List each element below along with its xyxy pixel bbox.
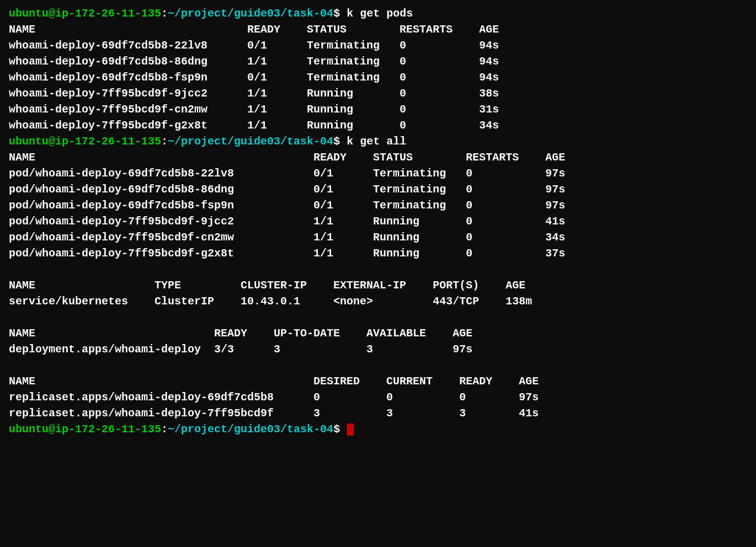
pod-row-1: whoami-deploy-69df7cd5b8-22lv8 0/1 Termi…	[9, 37, 747, 53]
all-pod-row-6: pod/whoami-deploy-7ff95bcd9f-g2x8t 1/1 R…	[9, 245, 747, 261]
prompt-user-2: ubuntu@ip-172-26-11-135	[9, 135, 161, 148]
prompt-path-2: ~/project/guide03/task-04	[168, 135, 333, 148]
prompt-line-3: ubuntu@ip-172-26-11-135:~/project/guide0…	[9, 421, 747, 437]
prompt-line-1: ubuntu@ip-172-26-11-135:~/project/guide0…	[9, 6, 747, 22]
all-pod-row-5: pod/whoami-deploy-7ff95bcd9f-cn2mw 1/1 R…	[9, 229, 747, 245]
prompt-path-1: ~/project/guide03/task-04	[168, 7, 333, 20]
all-pod-row-2: pod/whoami-deploy-69df7cd5b8-86dng 0/1 T…	[9, 181, 747, 197]
svc-row-1: service/kubernetes ClusterIP 10.43.0.1 <…	[9, 293, 747, 309]
svc-header: NAME TYPE CLUSTER-IP EXTERNAL-IP PORT(S)…	[9, 277, 747, 293]
rs-row-2: replicaset.apps/whoami-deploy-7ff95bcd9f…	[9, 405, 747, 421]
all-pod-row-4: pod/whoami-deploy-7ff95bcd9f-9jcc2 1/1 R…	[9, 213, 747, 229]
terminal-cursor	[347, 423, 354, 436]
prompt-user-3: ubuntu@ip-172-26-11-135	[9, 423, 161, 436]
all-pod-row-1: pod/whoami-deploy-69df7cd5b8-22lv8 0/1 T…	[9, 165, 747, 181]
pod-row-4: whoami-deploy-7ff95bcd9f-9jcc2 1/1 Runni…	[9, 85, 747, 101]
terminal-window: ubuntu@ip-172-26-11-135:~/project/guide0…	[9, 6, 747, 437]
prompt-user-1: ubuntu@ip-172-26-11-135	[9, 7, 161, 20]
blank-2	[9, 309, 747, 325]
pod-row-6: whoami-deploy-7ff95bcd9f-g2x8t 1/1 Runni…	[9, 117, 747, 133]
pod-row-2: whoami-deploy-69df7cd5b8-86dng 1/1 Termi…	[9, 53, 747, 69]
cmd-2: k get all	[340, 135, 406, 148]
pods-header: NAME READY STATUS RESTARTS AGE	[9, 22, 747, 37]
all-pods-header: NAME READY STATUS RESTARTS AGE	[9, 149, 747, 165]
rs-row-1: replicaset.apps/whoami-deploy-69df7cd5b8…	[9, 389, 747, 405]
prompt-path-3: ~/project/guide03/task-04	[168, 423, 333, 436]
blank-3	[9, 357, 747, 373]
pod-row-3: whoami-deploy-69df7cd5b8-fsp9n 0/1 Termi…	[9, 69, 747, 85]
cmd-1: k get pods	[340, 7, 413, 20]
all-pod-row-3: pod/whoami-deploy-69df7cd5b8-fsp9n 0/1 T…	[9, 197, 747, 213]
pod-row-5: whoami-deploy-7ff95bcd9f-cn2mw 1/1 Runni…	[9, 101, 747, 117]
deploy-row-1: deployment.apps/whoami-deploy 3/3 3 3 97…	[9, 341, 747, 357]
rs-header: NAME DESIRED CURRENT READY AGE	[9, 373, 747, 389]
prompt-line-2: ubuntu@ip-172-26-11-135:~/project/guide0…	[9, 133, 747, 149]
blank-1	[9, 261, 747, 277]
deploy-header: NAME READY UP-TO-DATE AVAILABLE AGE	[9, 325, 747, 341]
